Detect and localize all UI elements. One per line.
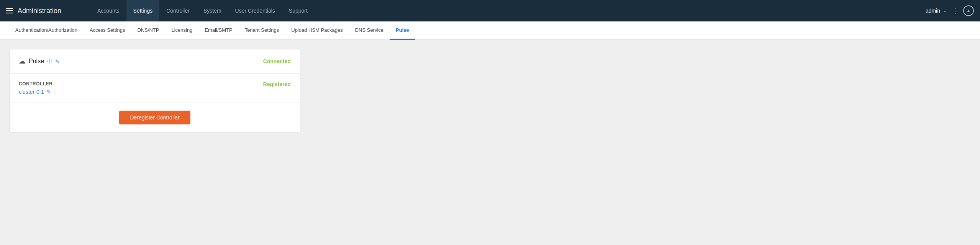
nav-user-credentials[interactable]: User Credentials [228,0,282,21]
tab-auth-authorization[interactable]: Authentication/Authorization [9,21,84,40]
chevron-down-icon[interactable]: ⌄ [943,8,947,13]
nav-controller[interactable]: Controller [159,0,197,21]
button-row: Deregister Controller [10,103,300,132]
cloud-upload-icon: ☁ [19,57,26,65]
controller-link[interactable]: cluster-0-1 ✎ [19,89,52,95]
tab-email-smtp[interactable]: Email/SMTP [198,21,238,40]
tab-dns-service[interactable]: DNS Service [349,21,390,40]
tab-pulse[interactable]: Pulse [390,21,415,40]
nav-accounts[interactable]: Accounts [90,0,126,21]
controller-row: CONTROLLER cluster-0-1 ✎ Registered [10,74,300,103]
tab-licensing[interactable]: Licensing [165,21,198,40]
tab-access-settings[interactable]: Access Settings [84,21,131,40]
more-options-icon[interactable]: ⋮ [950,7,960,15]
top-nav: Administration Accounts Settings Control… [0,0,980,21]
secondary-nav: Authentication/Authorization Access Sett… [0,21,980,40]
controller-edit-icon[interactable]: ✎ [46,89,51,95]
controller-status-registered: Registered [263,81,291,87]
nav-user-label: admin [926,8,940,14]
main-content: ☁ Pulse ⓘ ✎ Connected CONTROLLER cluster… [0,40,980,245]
pulse-label: Pulse [29,58,44,65]
nav-brand: Administration [6,7,90,15]
nav-support[interactable]: Support [282,0,315,21]
nav-settings[interactable]: Settings [126,0,160,21]
pulse-status-connected: Connected [263,58,291,64]
nav-links: Accounts Settings Controller System User… [90,0,926,21]
controller-name: cluster-0-1 [19,89,44,95]
controller-label: CONTROLLER [19,81,52,87]
tab-upload-hsm[interactable]: Upload HSM Packages [285,21,349,40]
info-icon[interactable]: ⓘ [47,58,52,65]
tab-dns-ntp[interactable]: DNS/NTP [131,21,165,40]
nav-system[interactable]: System [197,0,228,21]
hamburger-icon[interactable] [6,8,13,13]
controller-info: CONTROLLER cluster-0-1 ✎ [19,81,52,95]
app-title: Administration [18,7,61,15]
tab-tenant-settings[interactable]: Tenant Settings [239,21,285,40]
pulse-card: ☁ Pulse ⓘ ✎ Connected CONTROLLER cluster… [9,49,300,132]
edit-icon[interactable]: ✎ [55,59,59,64]
pulse-header-row: ☁ Pulse ⓘ ✎ Connected [10,49,300,74]
logo-icon: ▲ [963,5,974,16]
pulse-title: ☁ Pulse ⓘ ✎ [19,57,59,65]
nav-right: admin ⌄ ⋮ ▲ [926,5,974,16]
deregister-controller-button[interactable]: Deregister Controller [119,111,190,124]
